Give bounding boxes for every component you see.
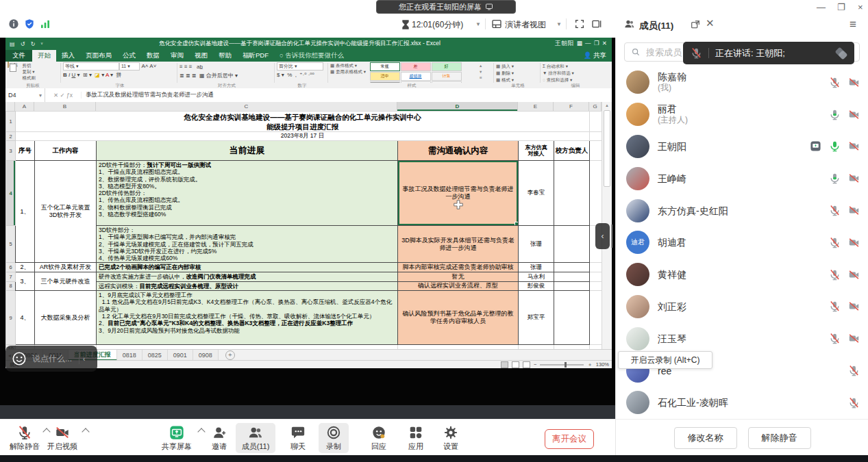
unmute-button[interactable]: 解除静音	[748, 427, 811, 449]
column-header-F[interactable]: F	[554, 102, 589, 111]
select-all-corner[interactable]	[5, 102, 15, 111]
excel-name-box[interactable]: D4▾	[5, 88, 45, 102]
camera-off-icon[interactable]	[848, 300, 860, 312]
cell-contact[interactable]: 李春宝	[519, 161, 554, 226]
emoji-icon[interactable]	[12, 351, 27, 366]
excel-tab-审阅[interactable]: 审阅	[165, 50, 189, 62]
excel-tab-福昕PDF[interactable]: 福昕PDF	[237, 50, 274, 62]
style-chip[interactable]: 常规	[370, 62, 400, 71]
column-header-A[interactable]: A	[15, 102, 34, 111]
cell-confirm[interactable]: 事故工况及数据处理细节需与负责老师进一步沟通	[398, 161, 519, 226]
toolbar-item-apps[interactable]: 应用	[401, 423, 431, 453]
cell-index[interactable]: 2、	[16, 263, 35, 272]
table-header-1[interactable]: 工作内容	[35, 141, 97, 161]
timer-dropdown-icon[interactable]: ▼	[475, 21, 481, 27]
excel-column-headers[interactable]: ABCDEFG	[5, 102, 602, 112]
member-row[interactable]: 丽君(主持人)	[616, 99, 868, 131]
paste-button[interactable]: 粘贴	[8, 62, 18, 68]
row-header-4[interactable]: 4	[6, 161, 16, 226]
mic-on-icon[interactable]	[829, 109, 841, 120]
expand-options-icon[interactable]	[82, 428, 89, 435]
number-format-select[interactable]: 百分比 ▾	[277, 62, 323, 70]
row-header-1[interactable]: 1	[6, 112, 16, 132]
table-header-5[interactable]: 校方负责人	[554, 141, 590, 161]
row-header-5[interactable]: 5	[6, 226, 16, 263]
toolbar-item-mic[interactable]: 解除静音	[7, 423, 42, 453]
cell-g[interactable]	[590, 291, 602, 345]
mic-muted-icon[interactable]	[829, 205, 841, 216]
sheet-tab-0818[interactable]: 0818	[117, 350, 142, 361]
member-row[interactable]: 东方仿真-史红阳	[616, 194, 868, 227]
camera-off-icon[interactable]	[848, 269, 860, 281]
meeting-timer[interactable]: 12:01(60分钟)	[412, 19, 463, 31]
cell-g[interactable]	[590, 281, 602, 290]
cell-progress[interactable]: 已完成2个动画脚本的编写正在内部审核	[97, 263, 398, 272]
cell-school-owner[interactable]	[554, 281, 590, 290]
camera-off-icon[interactable]	[848, 205, 860, 216]
sheet-tab-0825[interactable]: 0825	[142, 350, 168, 361]
zoom-level[interactable]: 130%	[596, 361, 609, 368]
row-header-9[interactable]: 9	[6, 291, 16, 345]
cell-contact[interactable]: 张珊	[519, 226, 554, 263]
cell-progress[interactable]: 远程实训模块：目前完成远程实训业务梳理、原型设计	[97, 281, 398, 290]
scroll-up-icon[interactable]: ▲	[602, 102, 612, 109]
tell-me-search[interactable]: ○ 告诉我你想要做什么	[274, 50, 349, 62]
excel-file-tab[interactable]: 文件	[5, 50, 32, 62]
side-by-side-view-icon[interactable]	[591, 18, 602, 29]
cell-index[interactable]: 4、	[16, 291, 35, 345]
popout-panel-icon[interactable]	[690, 19, 701, 30]
rename-button[interactable]: 修改名称	[674, 427, 737, 449]
member-row[interactable]: 石化工业-凌朝晖	[616, 387, 868, 419]
camera-off-icon[interactable]	[848, 172, 860, 184]
scrollbar-thumb[interactable]	[604, 110, 610, 187]
cell-contact[interactable]: 彭俊俊	[519, 281, 554, 290]
number-buttons[interactable]: $ ▾ % , ⁺·⁰ ·⁰⁰	[277, 70, 326, 79]
cell-progress[interactable]: 2D软件干燥部分：预计下周可出一版供测试1、干燥点库及流程图组态完成。2、数据整…	[97, 161, 398, 226]
quick-chat-bubble[interactable]: 说点什么... ‹	[5, 346, 97, 372]
cell-progress[interactable]: 3D软件部分：1、干燥单元原型脚本已编写完成，并内部沟通审核完2、干燥单元场景建…	[97, 226, 398, 263]
font-name-select[interactable]: 等线 ▾	[63, 62, 119, 70]
mic-muted-icon[interactable]	[829, 300, 841, 312]
cell-confirm[interactable]: 3D脚本及实际开发具体细节还需与负责老师进一步沟通	[398, 226, 519, 263]
security-shield-icon[interactable]	[24, 18, 35, 29]
table-header-4[interactable]: 东方仿真 对接人	[519, 141, 554, 161]
clipboard-items[interactable]: 剪切复制 ▾格式刷	[23, 62, 36, 81]
font-format-buttons[interactable]: B I U ▾ ⊞ ▾ ◪ ▾ A ▾ 拼	[63, 70, 175, 79]
camera-off-icon[interactable]	[848, 109, 860, 120]
cell-contact[interactable]: 马永利	[519, 272, 554, 281]
cell-confirm[interactable]: 确认风险预判书基于危化品单元整理的教学任务内容审核人员	[398, 291, 519, 345]
row-header-3[interactable]: 3	[6, 141, 16, 161]
view-dropdown-icon[interactable]: ▼	[556, 21, 562, 27]
maximize-button[interactable]: ❐	[837, 2, 845, 12]
table-header-2[interactable]: 当前进展	[97, 141, 398, 161]
mic-on-icon[interactable]	[829, 172, 841, 184]
cell-g[interactable]	[590, 141, 602, 161]
mic-muted-icon[interactable]	[829, 333, 841, 344]
camera-off-icon[interactable]	[848, 77, 860, 88]
toolbar-item-share[interactable]: 共享屏幕	[156, 423, 197, 453]
cell-school-owner[interactable]	[554, 161, 590, 226]
member-row[interactable]: 刘正彩	[616, 291, 868, 323]
zoom-in-icon[interactable]: ＋	[587, 361, 593, 368]
cell-work-content[interactable]: AR软件及素材开发	[35, 263, 97, 272]
toolbar-item-react[interactable]: 回应	[364, 423, 394, 453]
mic-on-icon[interactable]	[829, 140, 841, 152]
column-header-C[interactable]: C	[96, 102, 397, 111]
table-title-cell[interactable]: 危化安全虚仿实训基地建设——基于赛岗课证融合的化工单元操作实训中心 能级提升项目…	[16, 112, 590, 132]
camera-off-icon[interactable]	[848, 140, 860, 152]
cell-confirm[interactable]: 脚本内部审核完成还需负责老师协助审核	[398, 263, 519, 272]
cell-school-owner[interactable]	[554, 226, 590, 263]
cell-confirm[interactable]: 确认远程实训业务流程、原型	[398, 281, 519, 290]
sheet-tab-0901[interactable]: 0901	[168, 350, 193, 361]
close-button[interactable]: ×	[858, 2, 863, 12]
cell-confirm[interactable]: 暂无	[398, 272, 519, 281]
sheet-tab-0908[interactable]: 0908	[193, 350, 219, 361]
cell-work-content[interactable]: 大数据采集及分析	[35, 291, 97, 345]
cell-contact[interactable]: 郑宝平	[519, 291, 554, 345]
toolbar-item-record[interactable]: 录制	[319, 423, 349, 453]
normal-view-icon[interactable]	[501, 361, 508, 368]
table-header-0[interactable]: 序号	[16, 141, 35, 161]
table-date-cell[interactable]: 2023年8月 17 日	[16, 132, 590, 141]
toolbar-item-members[interactable]: 成员(11)	[236, 423, 275, 453]
member-row[interactable]: 黄祥健	[616, 259, 868, 291]
